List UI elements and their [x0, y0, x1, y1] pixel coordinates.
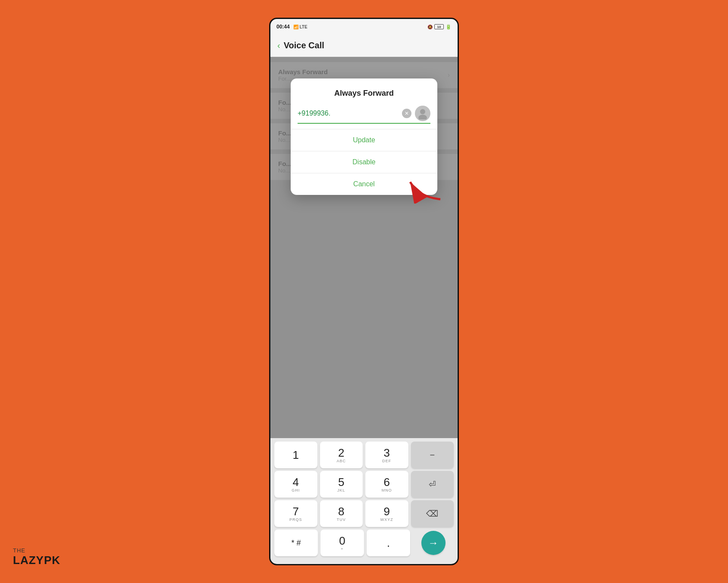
- status-bar: 00:44 📶 LTE 🔕 10 🔋: [270, 19, 458, 34]
- battery-indicator: 10: [434, 24, 444, 29]
- status-time: 00:44 📶 LTE: [276, 24, 308, 30]
- key-1[interactable]: 1: [274, 442, 317, 468]
- main-content: Always Forward For... › Fo... No... Fo..…: [270, 57, 458, 438]
- phone-input[interactable]: [298, 110, 402, 117]
- go-arrow-icon: →: [428, 537, 439, 549]
- key-0[interactable]: 0 +: [320, 530, 364, 556]
- charge-icon: 🔋: [446, 24, 452, 30]
- go-btn-container: →: [411, 531, 455, 555]
- watermark-brand: LAZYPK: [13, 554, 60, 567]
- key-4[interactable]: 4 GHI: [274, 471, 317, 498]
- key-dot[interactable]: .: [367, 530, 410, 556]
- phone-input-row: ✕: [298, 106, 430, 124]
- dialog-overlay: Always Forward ✕ Upda: [270, 57, 458, 438]
- key-backspace[interactable]: ⌫: [411, 500, 454, 527]
- key-5[interactable]: 5 JKL: [320, 471, 363, 498]
- key-9[interactable]: 9 WXYZ: [365, 500, 408, 527]
- key-8[interactable]: 8 TUV: [320, 500, 363, 527]
- update-button[interactable]: Update: [291, 129, 437, 151]
- key-3[interactable]: 3 DEF: [365, 442, 408, 468]
- back-button[interactable]: ‹: [277, 41, 280, 50]
- watermark: THE LAZYPK: [13, 547, 60, 570]
- key-7[interactable]: 7 PRQS: [274, 500, 317, 527]
- disable-button[interactable]: Disable: [291, 151, 437, 173]
- signal-icons: 📶 LTE: [293, 25, 308, 29]
- dialog-title: Always Forward: [291, 89, 437, 98]
- go-button[interactable]: →: [421, 531, 446, 555]
- close-icon: ✕: [405, 110, 409, 116]
- key-2[interactable]: 2 ABC: [320, 442, 363, 468]
- clear-input-button[interactable]: ✕: [402, 109, 411, 118]
- key-6[interactable]: 6 MNO: [365, 471, 408, 498]
- svg-point-0: [420, 109, 425, 114]
- status-right: 🔕 10 🔋: [427, 24, 452, 30]
- key-newline[interactable]: ⏎: [411, 471, 454, 498]
- header: ‹ Voice Call: [270, 34, 458, 57]
- kb-row-2: 4 GHI 5 JKL 6 MNO ⏎: [273, 471, 455, 498]
- watermark-the: THE: [13, 547, 60, 554]
- key-star-hash[interactable]: * #: [274, 530, 318, 556]
- kb-row-3: 7 PRQS 8 TUV 9 WXYZ ⌫: [273, 500, 455, 527]
- phone-frame: 00:44 📶 LTE 🔕 10 🔋 ‹ Voice Call Always F…: [269, 18, 459, 565]
- watermark-underline: [13, 568, 60, 570]
- arrow-annotation: [406, 173, 445, 205]
- dialpad-keyboard: 1 2 ABC 3 DEF − 4 GHI 5 JKL: [270, 438, 458, 564]
- kb-row-4: * # 0 + . →: [273, 530, 455, 556]
- svg-point-1: [418, 115, 427, 119]
- time-display: 00:44: [276, 24, 290, 30]
- contact-avatar[interactable]: [415, 106, 430, 121]
- page-title: Voice Call: [284, 41, 324, 50]
- kb-row-1: 1 2 ABC 3 DEF −: [273, 442, 455, 468]
- key-minus[interactable]: −: [411, 442, 454, 468]
- ringtone-icon: 🔕: [427, 25, 433, 29]
